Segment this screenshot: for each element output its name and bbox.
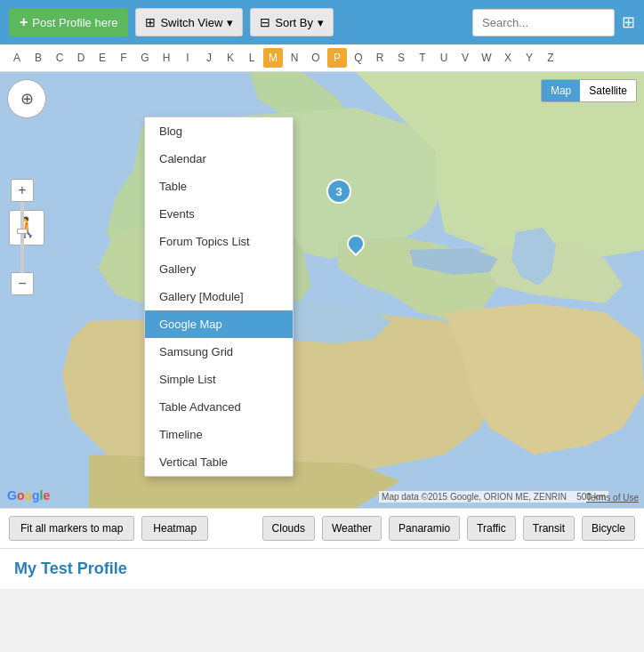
chevron-down-icon: ▾ <box>227 16 233 29</box>
alpha-i[interactable]: I <box>178 48 197 68</box>
dropdown-item-vertical-table[interactable]: Vertical Table <box>145 448 293 476</box>
alpha-m[interactable]: M <box>263 48 283 68</box>
weather-filter-button[interactable]: Weather <box>322 516 382 541</box>
alpha-f[interactable]: F <box>114 48 133 68</box>
bicycle-filter-button[interactable]: Bicycle <box>582 516 635 541</box>
main-area: Map Satellite ⊕ 🚶 + − 3 <box>0 72 644 589</box>
heatmap-button[interactable]: Heatmap <box>141 516 208 541</box>
dropdown-item-table[interactable]: Table <box>145 173 293 200</box>
post-profile-label: Post Profile here <box>32 16 117 29</box>
terms-of-use-link[interactable]: Terms of Use <box>586 493 639 503</box>
google-logo: Google <box>7 488 50 503</box>
toolbar: + Post Profile here ⊞ Switch View ▾ ⊟ So… <box>0 0 644 44</box>
alpha-n[interactable]: N <box>285 48 304 68</box>
transit-filter-button[interactable]: Transit <box>523 516 575 541</box>
alpha-u[interactable]: U <box>434 48 454 68</box>
alpha-z[interactable]: Z <box>541 48 560 68</box>
zoom-slider[interactable] <box>20 202 24 273</box>
dropdown-item-google-map[interactable]: Google Map <box>145 310 293 338</box>
zoom-controls: + − <box>11 179 34 295</box>
profile-section: My Test Profile <box>0 549 644 589</box>
map-bottom-bar: Fit all markers to map Heatmap Clouds We… <box>0 508 644 549</box>
alpha-o[interactable]: O <box>306 48 326 68</box>
alpha-w[interactable]: W <box>477 48 496 68</box>
dropdown-item-table-advanced[interactable]: Table Advanced <box>145 393 293 421</box>
dropdown-item-samsung-grid[interactable]: Samsung Grid <box>145 338 293 366</box>
panaramio-filter-button[interactable]: Panaramio <box>389 516 460 541</box>
plus-icon: + <box>20 14 28 30</box>
dropdown-item-gallery[interactable]: Gallery <box>145 255 293 283</box>
alpha-y[interactable]: Y <box>519 48 539 68</box>
profile-title: My Test Profile <box>14 559 630 578</box>
dropdown-item-blog[interactable]: Blog <box>145 117 293 145</box>
alpha-l[interactable]: L <box>242 48 262 68</box>
alpha-q[interactable]: Q <box>349 48 368 68</box>
map-type-controls: Map Satellite <box>541 79 637 102</box>
alpha-x[interactable]: X <box>498 48 518 68</box>
alpha-s[interactable]: S <box>391 48 411 68</box>
dropdown-item-simple-list[interactable]: Simple List <box>145 366 293 393</box>
map-attribution: Map data ©2015 Google, ORION ME, ZENRIN … <box>379 491 608 503</box>
zoom-out-button[interactable]: − <box>11 272 34 295</box>
alpha-r[interactable]: R <box>370 48 390 68</box>
map-marker-cluster[interactable]: 3 <box>326 179 351 204</box>
alpha-v[interactable]: V <box>455 48 475 68</box>
switch-view-dropdown: BlogCalendarTableEventsForum Topics List… <box>144 117 294 477</box>
clouds-filter-button[interactable]: Clouds <box>262 516 315 541</box>
sort-by-button[interactable]: ⊟ Sort By ▾ <box>250 8 334 36</box>
dropdown-item-gallery-[module][interactable]: Gallery [Module] <box>145 283 293 310</box>
map-marker-blue-pin[interactable] <box>345 235 366 263</box>
switch-view-label: Switch View <box>160 16 222 29</box>
alpha-d[interactable]: D <box>71 48 91 68</box>
sort-chevron-icon: ▾ <box>318 16 324 29</box>
alpha-g[interactable]: G <box>135 48 155 68</box>
alpha-b[interactable]: B <box>28 48 48 68</box>
map-type-satellite-button[interactable]: Satellite <box>580 80 636 101</box>
dropdown-item-timeline[interactable]: Timeline <box>145 421 293 448</box>
search-input[interactable] <box>472 9 615 36</box>
zoom-handle[interactable] <box>17 229 28 234</box>
dropdown-item-calendar[interactable]: Calendar <box>145 145 293 173</box>
alpha-e[interactable]: E <box>93 48 112 68</box>
alpha-c[interactable]: C <box>50 48 69 68</box>
alpha-j[interactable]: J <box>199 48 219 68</box>
alpha-a[interactable]: A <box>7 48 27 68</box>
alpha-t[interactable]: T <box>413 48 432 68</box>
sort-by-label: Sort By <box>275 16 313 29</box>
grid-icon[interactable]: ⊞ <box>622 12 635 32</box>
alpha-k[interactable]: K <box>221 48 240 68</box>
map-container[interactable]: Map Satellite ⊕ 🚶 + − 3 <box>0 72 644 508</box>
alpha-h[interactable]: H <box>157 48 176 68</box>
traffic-filter-button[interactable]: Traffic <box>467 516 516 541</box>
map-type-map-button[interactable]: Map <box>542 80 580 101</box>
alpha-p[interactable]: P <box>327 48 347 68</box>
fit-all-markers-button[interactable]: Fit all markers to map <box>9 516 134 541</box>
pan-arrows-icon: ⊕ <box>20 89 34 109</box>
dropdown-item-events[interactable]: Events <box>145 200 293 228</box>
dropdown-item-forum-topics-list[interactable]: Forum Topics List <box>145 228 293 255</box>
post-profile-button[interactable]: + Post Profile here <box>9 8 128 36</box>
zoom-in-button[interactable]: + <box>11 179 34 202</box>
sort-icon: ⊟ <box>260 15 270 29</box>
pan-control[interactable]: ⊕ <box>7 79 46 118</box>
alpha-bar: A B C D E F G H I J K L M N O P Q R S T … <box>0 44 644 72</box>
switch-view-button[interactable]: ⊞ Switch View ▾ <box>135 8 243 36</box>
switch-view-icon: ⊞ <box>145 15 156 29</box>
